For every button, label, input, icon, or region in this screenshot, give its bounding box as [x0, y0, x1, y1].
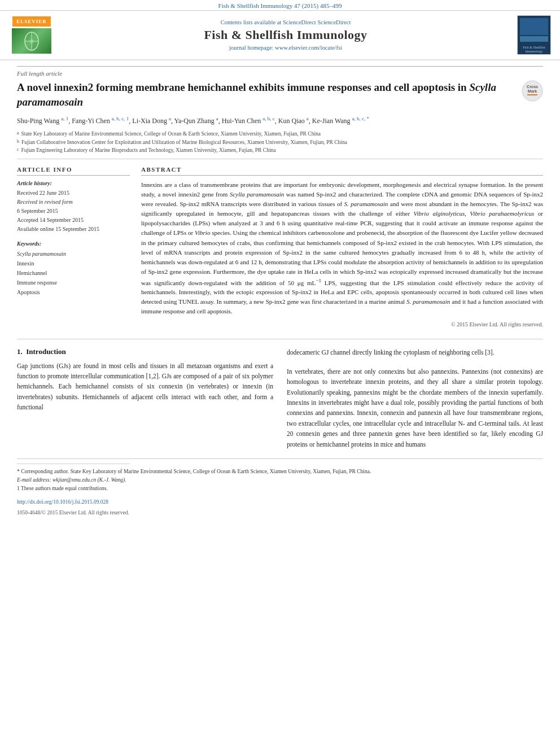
- introduction-section: 1. Introduction Gap junctions (GJs) are …: [17, 339, 543, 450]
- elsevier-logo: ELSEVIER: [9, 16, 54, 54]
- footnote-area: * Corresponding author. State Key Labora…: [17, 458, 543, 517]
- svg-text:Cross: Cross: [527, 85, 538, 89]
- journal-header: ELSEVIER Contents lists available at Sci…: [0, 11, 560, 60]
- affiliation-c: cFujian Engineering Laboratory of Marine…: [17, 146, 543, 154]
- received-revised-date: 6 September 2015: [17, 207, 130, 216]
- sciencedirect-link[interactable]: ScienceDirect: [317, 19, 351, 25]
- journal-thumbnail: Fish & Shellfish Immunology: [517, 15, 551, 55]
- article-title-block: A novel innexin2 forming membrane hemich…: [17, 80, 543, 109]
- introduction-paragraph2: dodecameric GJ channel directly linking …: [287, 347, 543, 357]
- copyright-line: © 2015 Elsevier Ltd. All rights reserved…: [141, 321, 543, 327]
- abstract-heading: ABSTRACT: [141, 166, 543, 176]
- affiliations-block: aState Key Laboratory of Marine Environm…: [17, 130, 543, 159]
- received-revised-label: Received in revised form: [17, 198, 130, 207]
- article-info-abstract-columns: ARTICLE INFO Article history: Received 2…: [17, 166, 543, 327]
- received-date: Received 22 June 2015: [17, 189, 130, 198]
- keywords-label: Keywords:: [17, 241, 130, 247]
- corresponding-author-note: * Corresponding author. State Key Labora…: [17, 468, 543, 476]
- journal-homepage: journal homepage: www.elsevier.com/locat…: [54, 45, 517, 51]
- email-note: E-mail address: wkjian@xmu.edu.cn (K.-J.…: [17, 476, 543, 484]
- abstract-text: Innexins are a class of transmembrane pr…: [141, 180, 543, 316]
- keyword-2: Innexin: [17, 259, 130, 268]
- abstract-column: ABSTRACT Innexins are a class of transme…: [141, 166, 543, 327]
- keyword-5: Apoptosis: [17, 287, 130, 297]
- article-container: Full length article A novel innexin2 for…: [0, 60, 560, 528]
- svg-text:Immunology: Immunology: [526, 50, 543, 53]
- journal-title: Fish & Shellfish Immunology: [54, 28, 517, 42]
- issn-line: 1050-4648/© 2015 Elsevier Ltd. All right…: [17, 509, 543, 517]
- title-main: A novel innexin2 forming membrane hemich…: [17, 81, 496, 108]
- svg-text:Fish & Shellfish: Fish & Shellfish: [523, 46, 545, 49]
- article-type: Full length article: [17, 66, 543, 77]
- accepted-date: Accepted 14 September 2015: [17, 216, 130, 225]
- available-date: Available online 15 September 2015: [17, 225, 130, 234]
- contents-line: Contents lists available at ScienceDirec…: [54, 19, 517, 25]
- article-title-text: A novel innexin2 forming membrane hemich…: [17, 80, 516, 109]
- svg-point-4: [30, 40, 33, 43]
- affiliation-b-text: Fujian Collaborative Innovation Center f…: [21, 138, 347, 146]
- homepage-url[interactable]: www.elsevier.com/locate/fsi: [275, 45, 342, 51]
- crossmark-badge[interactable]: Cross Mark: [522, 80, 543, 102]
- equal-contribution-note: 1 These authors made equal contributions…: [17, 484, 543, 493]
- journal-ref-text: Fish & Shellfish Immunology 47 (2015) 48…: [218, 2, 342, 9]
- doi-line[interactable]: http://dx.doi.org/10.1016/j.fsi.2015.09.…: [17, 498, 543, 506]
- introduction-title: 1. Introduction: [17, 347, 273, 356]
- affiliation-a-text: State Key Laboratory of Marine Environme…: [21, 130, 321, 138]
- history-label: Article history:: [17, 180, 130, 186]
- keywords-section: Keywords: Scylla paramamosain Innexin He…: [17, 241, 130, 297]
- article-info-column: ARTICLE INFO Article history: Received 2…: [17, 166, 130, 327]
- affiliation-c-text: Fujian Engineering Laboratory of Marine …: [21, 146, 276, 154]
- introduction-left-col: 1. Introduction Gap junctions (GJs) are …: [17, 347, 273, 450]
- introduction-paragraph1: Gap junctions (GJs) are found in most ce…: [17, 361, 273, 413]
- svg-text:Mark: Mark: [528, 89, 537, 93]
- affiliation-b: bFujian Collaborative Innovation Center …: [17, 138, 543, 146]
- affiliation-a: aState Key Laboratory of Marine Environm…: [17, 130, 543, 138]
- journal-header-center: Contents lists available at ScienceDirec…: [54, 19, 517, 51]
- keyword-3: Hemichannel: [17, 268, 130, 278]
- keyword-4: Immune response: [17, 278, 130, 287]
- article-info-heading: ARTICLE INFO: [17, 166, 130, 176]
- journal-reference-bar: Fish & Shellfish Immunology 47 (2015) 48…: [0, 0, 560, 11]
- elsevier-label: ELSEVIER: [12, 16, 51, 27]
- introduction-paragraph3: In vertebrates, there are not only conne…: [287, 366, 543, 449]
- authors-line: Shu-Ping Wang a, 1, Fang-Yi Chen a, b, c…: [17, 115, 543, 126]
- introduction-columns: 1. Introduction Gap junctions (GJs) are …: [17, 347, 543, 450]
- introduction-right-col: dodecameric GJ channel directly linking …: [287, 347, 543, 450]
- keyword-1: Scylla paramamosain: [17, 249, 130, 259]
- svg-rect-7: [520, 36, 548, 42]
- svg-rect-6: [520, 18, 548, 35]
